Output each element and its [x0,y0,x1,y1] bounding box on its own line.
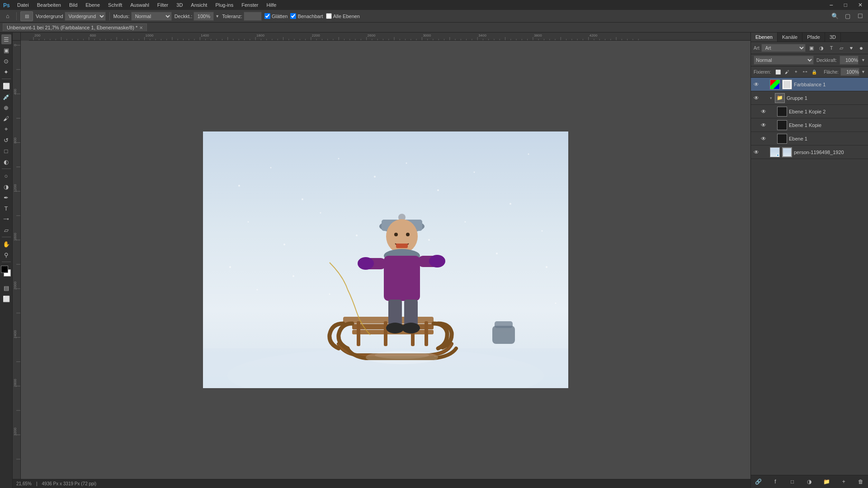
alle-ebenen-check[interactable] [326,13,332,19]
text-tool[interactable]: T [1,203,11,213]
layer-person-photo[interactable]: 👁 person-1196498_1920 [751,145,868,159]
menu-plugins[interactable]: Plug-ins [212,1,237,9]
eraser-tool[interactable]: □ [1,146,11,156]
blur-tool[interactable]: ○ [1,171,11,181]
add-style-btn[interactable]: f [771,477,780,486]
tab-3d[interactable]: 3D [825,33,841,42]
lasso-tool[interactable]: ⊙ [1,56,11,66]
link-layers-btn[interactable]: 🔗 [754,477,763,486]
filter-adjust-btn[interactable]: ◑ [817,44,826,52]
clone-tool[interactable]: ⌖ [1,124,11,134]
modus-select[interactable]: Normal [131,12,172,21]
blend-mode-select[interactable]: Normal Multiplizieren Abblenden [754,56,814,65]
maximize-button[interactable]: □ [840,1,851,9]
new-group-btn[interactable]: 📁 [822,477,831,486]
group-arrow-icon[interactable]: ▾ [770,96,772,100]
foreground-select[interactable]: Vordergrund [65,12,106,21]
menu-datei[interactable]: Datei [14,1,33,9]
zoom-tool[interactable]: ⚲ [1,250,11,260]
menu-bearbeiten[interactable]: Bearbeiten [33,1,65,9]
minimize-button[interactable]: − [826,0,837,9]
filter-smart-btn[interactable]: ♥ [847,44,855,52]
layer-vis-e1k2[interactable]: 👁 [760,108,767,115]
menu-3d[interactable]: 3D [173,1,186,9]
toleranz-input[interactable]: 32 [244,12,262,21]
layer-vis-e1[interactable]: 👁 [760,135,767,142]
menu-fenster[interactable]: Fenster [238,1,262,9]
filter-shape-btn[interactable]: ▱ [837,44,845,52]
layer-farbbalance[interactable]: 👁 Farbbalance 1 [751,78,868,91]
lock-artboard-btn[interactable]: ⭤ [802,68,809,75]
close-button[interactable]: ✕ [854,1,866,9]
tab-ebenen[interactable]: Ebenen [751,33,778,42]
add-mask-btn[interactable]: □ [788,477,797,486]
home-button[interactable]: ⌂ [3,11,13,21]
brush-tool[interactable]: 🖌 [1,113,11,123]
filter-pixel-btn[interactable]: ▣ [807,44,816,52]
layer-vis-farbbalance[interactable]: 👁 [753,81,760,88]
tab-kanale[interactable]: Kanäle [778,33,802,42]
menu-ebene[interactable]: Ebene [82,1,104,9]
deckraft-input[interactable] [193,12,214,21]
opacity-dropdown-icon[interactable]: ▼ [861,58,865,62]
history-brush-tool[interactable]: ↺ [1,135,11,145]
new-layer-btn[interactable]: + [839,477,848,486]
gradient-tool[interactable]: ◐ [1,157,11,167]
layer-vis-e1k[interactable]: 👁 [760,122,767,129]
menu-bild[interactable]: Bild [66,1,81,9]
flache-input[interactable] [840,68,859,76]
search-panel-button[interactable]: 🔍 [830,11,840,21]
path-selection-tool[interactable]: ⭢ [1,214,11,224]
layer-ebene1-kopie2[interactable]: 👁 Ebene 1 Kopie 2 [751,105,868,118]
hand-tool[interactable]: ✋ [1,239,11,249]
filter-type-select[interactable]: Art [761,44,806,52]
document-tab[interactable]: Unbenannt-1 bei 21,7% (Farbbalance 1, Eb… [3,23,147,31]
filter-text-btn[interactable]: T [827,44,835,52]
menu-schrift[interactable]: Schrift [104,1,126,9]
arrange-button[interactable]: ☐ [855,11,865,21]
tab-pfade[interactable]: Pfade [802,33,825,42]
flache-dropdown-icon[interactable]: ▼ [861,70,865,74]
workspace-button[interactable]: ▢ [843,11,853,21]
layer-vis-photo[interactable]: 👁 [753,149,760,156]
menu-hilfe[interactable]: Hilfe [263,1,280,9]
menu-filter[interactable]: Filter [154,1,172,9]
glatten-checkbox[interactable]: Glätten [264,13,288,19]
selection-tool[interactable]: ▣ [1,45,11,55]
layer-gruppe1[interactable]: 👁 ▾ 📁 Gruppe 1 [751,91,868,105]
benachbart-check[interactable] [290,13,296,19]
lock-transparent-btn[interactable]: ⬜ [774,68,782,75]
foreground-selector[interactable]: Vordergrund Vordergrund [36,12,106,21]
opacity-input[interactable] [840,56,859,65]
eyedropper-tool[interactable]: 💉 [1,92,11,102]
filter-toggle-btn[interactable]: ● [857,44,865,52]
magic-wand-tool[interactable]: ✦ [1,67,11,77]
menu-auswahl[interactable]: Auswahl [127,1,153,9]
layer-ebene1[interactable]: 👁 Ebene 1 [751,132,868,145]
menu-ansicht[interactable]: Ansicht [187,1,211,9]
glatten-check[interactable] [264,13,270,19]
alle-ebenen-checkbox[interactable]: Alle Ebenen [326,13,360,19]
canvas-container[interactable] [21,41,750,479]
lock-pixels-btn[interactable]: 🖌 [783,68,791,75]
move-tool[interactable]: ☰ [1,34,11,44]
lock-all-btn[interactable]: 🔒 [811,68,818,75]
shape-tool[interactable]: ▱ [1,225,11,235]
deckraft-dropdown[interactable]: ▼ [215,14,219,19]
healing-tool[interactable]: ⊕ [1,103,11,113]
quick-mask-button[interactable]: ▤ [1,283,11,293]
benachbart-checkbox[interactable]: Benachbart [290,13,323,19]
photo-canvas[interactable] [203,131,568,388]
new-adjustment-btn[interactable]: ◑ [805,477,814,486]
layer-ebene1-kopie[interactable]: 👁 Ebene 1 Kopie [751,118,868,132]
foreground-color-swatch[interactable] [1,266,8,273]
crop-tool[interactable]: ⬜ [1,81,11,91]
screen-mode-button[interactable]: ⬜ [1,294,11,304]
quick-mask-icon[interactable]: ▤ [20,11,33,21]
dodge-tool[interactable]: ◑ [1,182,11,192]
pen-tool[interactable]: ✒ [1,192,11,202]
delete-layer-btn[interactable]: 🗑 [856,477,865,486]
lock-position-btn[interactable]: ⌖ [793,68,800,75]
tab-close-button[interactable]: ✕ [139,25,143,30]
layer-vis-gruppe[interactable]: 👁 [753,94,760,102]
